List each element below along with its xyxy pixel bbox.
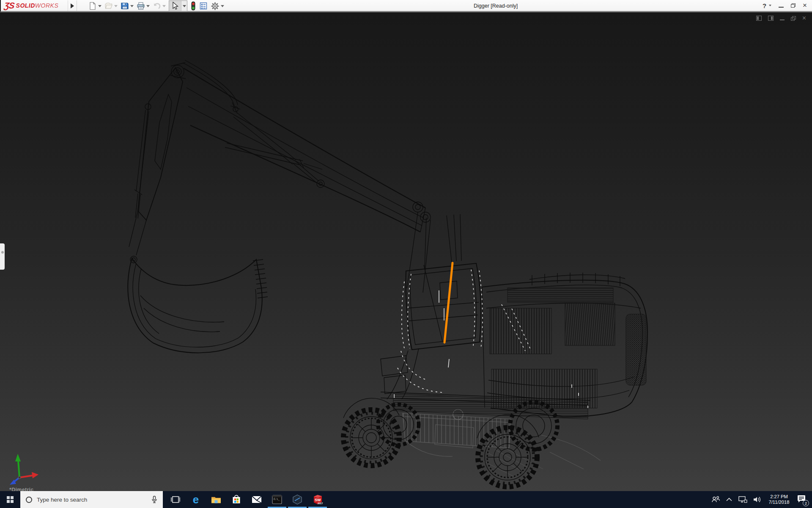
people-icon[interactable] bbox=[711, 495, 720, 504]
appearance-stoplight-button[interactable] bbox=[189, 1, 197, 11]
taskbar-app-3d-viewer[interactable] bbox=[287, 491, 307, 508]
notification-badge: 2 bbox=[803, 500, 809, 506]
undo-icon bbox=[153, 2, 161, 10]
window-controls: ? × bbox=[763, 0, 812, 11]
stoplight-icon bbox=[190, 1, 196, 11]
speaker-icon[interactable] bbox=[753, 496, 761, 503]
selected-edge[interactable] bbox=[444, 263, 453, 342]
taskbar-app-mail[interactable] bbox=[247, 491, 267, 508]
solidworks-logo: ƷS SOLID WORKS bbox=[4, 0, 58, 11]
document-window-controls: × bbox=[756, 16, 806, 21]
undo-button[interactable] bbox=[152, 1, 167, 11]
open-folder-icon bbox=[104, 2, 113, 10]
gear-icon bbox=[211, 2, 219, 11]
cortana-circle-icon bbox=[26, 497, 32, 503]
panel-fill bbox=[771, 17, 773, 20]
new-document-icon bbox=[88, 2, 97, 10]
quick-access-toolbar bbox=[88, 0, 225, 11]
svg-text:SW: SW bbox=[315, 498, 321, 502]
select-tool-dropdown[interactable] bbox=[181, 1, 187, 11]
wheel-front-right bbox=[478, 428, 537, 487]
taskbar-app-file-explorer[interactable] bbox=[206, 491, 226, 508]
y-axis-arrow bbox=[15, 454, 21, 478]
taskbar-app-command-prompt[interactable]: C:\_ bbox=[267, 491, 287, 508]
select-tool-button[interactable] bbox=[169, 0, 187, 11]
mail-icon bbox=[251, 495, 262, 504]
new-document-button[interactable] bbox=[88, 1, 102, 11]
clock-date: 7/11/2018 bbox=[767, 500, 791, 505]
running-indicator bbox=[308, 507, 327, 508]
restore-button[interactable] bbox=[791, 3, 796, 8]
taskbar-search-box[interactable] bbox=[20, 491, 163, 508]
close-button[interactable]: × bbox=[803, 3, 807, 8]
document-close-button[interactable]: × bbox=[802, 16, 806, 21]
hidden-icons-chevron[interactable] bbox=[726, 497, 732, 502]
action-center-button[interactable]: 2 bbox=[797, 494, 806, 505]
dropdown-caret[interactable] bbox=[114, 5, 118, 7]
windows-taskbar: e C:\_ bbox=[0, 491, 812, 508]
flyout-tab-dot bbox=[1, 251, 4, 254]
orientation-triad bbox=[7, 450, 42, 486]
system-tray: 2:27 PM 7/11/2018 2 bbox=[711, 491, 812, 508]
dropdown-caret bbox=[183, 5, 186, 7]
save-floppy-icon bbox=[121, 2, 129, 10]
taskbar-app-edge[interactable]: e bbox=[186, 491, 206, 508]
microsoft-store-icon bbox=[231, 494, 241, 505]
featuremanager-flyout-tab[interactable] bbox=[0, 243, 5, 270]
solidworks-app-icon: SW 2017 bbox=[312, 494, 324, 505]
restore-front-square bbox=[791, 17, 795, 21]
document-properties-button[interactable] bbox=[198, 1, 208, 11]
minimize-button[interactable] bbox=[779, 7, 784, 8]
file-explorer-icon bbox=[211, 494, 222, 505]
dropdown-caret[interactable] bbox=[130, 5, 134, 7]
options-button[interactable] bbox=[210, 1, 225, 11]
edge-icon: e bbox=[193, 494, 199, 505]
microphone-icon[interactable] bbox=[151, 496, 158, 503]
window-title: Digger [Read-only] bbox=[474, 3, 518, 9]
dropdown-caret[interactable] bbox=[98, 5, 102, 7]
chassis-secondary-geometry bbox=[403, 409, 601, 478]
save-button[interactable] bbox=[120, 1, 134, 11]
print-icon bbox=[137, 2, 145, 10]
open-button[interactable] bbox=[104, 1, 118, 11]
solidworks-logo-bold: SOLID bbox=[16, 2, 35, 9]
task-view-icon bbox=[171, 495, 180, 504]
network-icon[interactable] bbox=[738, 496, 747, 503]
running-indicator bbox=[288, 507, 307, 508]
dropdown-caret[interactable] bbox=[162, 5, 166, 7]
taskbar-app-microsoft-store[interactable] bbox=[226, 491, 247, 508]
start-button[interactable] bbox=[0, 491, 20, 508]
solidworks-logo-light: WORKS bbox=[35, 2, 58, 9]
hexagon-3d-icon bbox=[292, 494, 303, 505]
app-titlebar: ƷS SOLID WORKS bbox=[0, 0, 812, 12]
digger-wireframe-model[interactable] bbox=[0, 12, 812, 491]
panel-fill bbox=[757, 17, 759, 20]
dropdown-caret[interactable] bbox=[146, 5, 150, 7]
dropdown-caret[interactable] bbox=[221, 5, 224, 7]
properties-list-icon bbox=[199, 2, 208, 10]
menu-expand-button[interactable] bbox=[68, 0, 77, 11]
svg-text:2017: 2017 bbox=[318, 502, 323, 505]
running-indicator bbox=[268, 507, 286, 508]
show-featuremanager-icon[interactable] bbox=[756, 16, 762, 21]
command-prompt-icon: C:\_ bbox=[272, 494, 283, 505]
excavator-wireframe bbox=[128, 60, 647, 487]
restore-front-square bbox=[791, 4, 795, 8]
help-dropdown-caret[interactable] bbox=[769, 5, 771, 6]
document-minimize-button[interactable] bbox=[780, 19, 785, 20]
taskbar-app-solidworks[interactable]: SW 2017 bbox=[307, 491, 328, 508]
select-tool-active-cell[interactable] bbox=[169, 1, 181, 11]
task-view-button[interactable] bbox=[165, 491, 186, 508]
search-input[interactable] bbox=[37, 497, 146, 503]
show-display-pane-icon[interactable] bbox=[768, 16, 774, 21]
help-button[interactable]: ? bbox=[763, 2, 766, 9]
taskbar-clock[interactable]: 2:27 PM 7/11/2018 bbox=[767, 494, 791, 505]
svg-text:C:\_: C:\_ bbox=[274, 497, 280, 501]
z-axis-arrow bbox=[10, 478, 19, 485]
document-restore-button[interactable] bbox=[791, 16, 796, 21]
right-arrow-icon bbox=[71, 3, 74, 8]
print-button[interactable] bbox=[136, 1, 151, 11]
graphics-area[interactable]: × *Dimetric bbox=[0, 12, 812, 491]
x-axis-arrow bbox=[19, 472, 38, 478]
solidworks-logo-glyph: ƷS bbox=[3, 1, 15, 11]
